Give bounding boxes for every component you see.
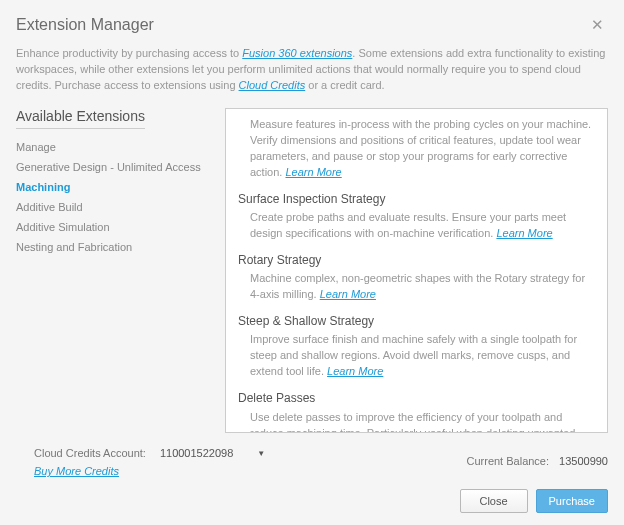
learn-more-link[interactable]: Learn More (320, 288, 376, 300)
button-row: Close Purchase (16, 489, 608, 513)
feature-desc: Use delete passes to improve the efficie… (238, 410, 595, 433)
feature-title: Rotary Strategy (238, 252, 595, 269)
details-lead: Measure features in-process with the pro… (238, 117, 595, 181)
sidebar-item-generative-design-unlimited-access[interactable]: Generative Design - Unlimited Access (16, 157, 211, 177)
details-panel[interactable]: Measure features in-process with the pro… (225, 108, 608, 433)
dialog-title: Extension Manager (16, 16, 154, 34)
buy-more-credits-link[interactable]: Buy More Credits (16, 465, 269, 477)
sidebar-item-additive-build[interactable]: Additive Build (16, 197, 211, 217)
extension-manager-dialog: Extension Manager ✕ Enhance productivity… (0, 0, 624, 525)
titlebar: Extension Manager ✕ (16, 14, 608, 36)
balance: Current Balance: 13500990 (467, 455, 609, 467)
close-button[interactable]: Close (460, 489, 528, 513)
sidebar: Available Extensions ManageGenerative De… (16, 108, 211, 433)
intro-part-c: or a credit card. (305, 79, 384, 91)
sidebar-item-manage[interactable]: Manage (16, 137, 211, 157)
credits-account-value: 110001522098 (160, 447, 233, 459)
content-row: Available Extensions ManageGenerative De… (16, 108, 608, 433)
learn-more-link[interactable]: Learn More (285, 166, 341, 178)
feature-title: Surface Inspection Strategy (238, 191, 595, 208)
feature-title: Delete Passes (238, 390, 595, 407)
balance-label: Current Balance: (467, 455, 550, 467)
cloud-credits-link[interactable]: Cloud Credits (239, 79, 306, 91)
learn-more-link[interactable]: Learn More (327, 365, 383, 377)
feature-title: Steep & Shallow Strategy (238, 313, 595, 330)
sidebar-item-additive-simulation[interactable]: Additive Simulation (16, 217, 211, 237)
feature-desc: Improve surface finish and machine safel… (238, 332, 595, 380)
intro-text: Enhance productivity by purchasing acces… (16, 46, 608, 94)
fusion-extensions-link[interactable]: Fusion 360 extensions (242, 47, 352, 59)
feature-desc: Create probe paths and evaluate results.… (238, 210, 595, 242)
credits-label: Cloud Credits Account: (16, 447, 146, 459)
feature-desc: Machine complex, non-geometric shapes wi… (238, 271, 595, 303)
sidebar-heading: Available Extensions (16, 108, 145, 129)
close-icon[interactable]: ✕ (587, 14, 608, 36)
sidebar-item-nesting-and-fabrication[interactable]: Nesting and Fabrication (16, 237, 211, 257)
purchase-button[interactable]: Purchase (536, 489, 608, 513)
credits-row: Cloud Credits Account: 110001522098 ▼ Bu… (16, 445, 608, 477)
sidebar-item-machining[interactable]: Machining (16, 177, 211, 197)
credits-left: Cloud Credits Account: 110001522098 ▼ Bu… (16, 445, 269, 477)
learn-more-link[interactable]: Learn More (496, 227, 552, 239)
credits-account-select[interactable]: 110001522098 ▼ (156, 445, 269, 461)
chevron-down-icon: ▼ (257, 449, 265, 458)
balance-value: 13500990 (559, 455, 608, 467)
intro-part-a: Enhance productivity by purchasing acces… (16, 47, 242, 59)
